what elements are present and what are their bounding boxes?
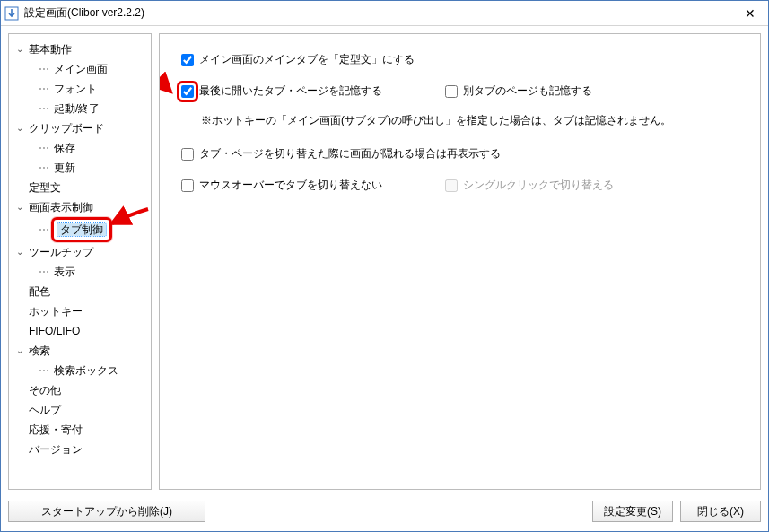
tree-leaf-dots: ⋯ <box>39 220 49 240</box>
tree-item[interactable]: FIFO/LIFO <box>13 321 148 341</box>
tree-item-label: タブ制御 <box>57 223 106 236</box>
tree-leaf-dots: ⋯ <box>39 262 49 282</box>
tree-indent <box>13 325 26 337</box>
window-title: 設定画面(Clibor ver2.2.2) <box>24 5 144 21</box>
tree-leaf-dots: ⋯ <box>39 59 49 79</box>
tree-item-label: ツールチップ <box>26 242 96 262</box>
tree-item[interactable]: ⋯タブ制御 <box>26 217 148 242</box>
note-hotkey: ※ホットキーの「メイン画面(サブタブ)の呼び出し」を指定した場合は、タブは記憶さ… <box>201 113 738 128</box>
apply-button[interactable]: 設定変更(S) <box>592 501 673 522</box>
tree-item[interactable]: バージョン <box>13 440 148 459</box>
close-footer-button[interactable]: 閉じる(X) <box>680 501 761 522</box>
tree-item[interactable]: ⌄基本動作 <box>13 39 148 59</box>
tree-item-label: 配色 <box>26 282 53 301</box>
chevron-down-icon[interactable]: ⌄ <box>13 201 26 214</box>
tree-item-label: 起動/終了 <box>51 99 102 118</box>
tree-item-label: その他 <box>26 380 64 400</box>
checkbox-main-tab-fixed[interactable] <box>181 54 194 66</box>
tree-item-label: 更新 <box>51 158 78 178</box>
tree-pane: ⌄基本動作⋯メイン画面⋯フォント⋯起動/終了⌄クリップボード⋯保存⋯更新定型文⌄… <box>8 33 152 490</box>
footer: スタートアップから削除(J) 設定変更(S) 閉じる(X) <box>1 497 768 531</box>
tree-leaf-dots: ⋯ <box>39 361 49 380</box>
tree-indent <box>13 384 26 397</box>
chevron-down-icon[interactable]: ⌄ <box>13 246 26 258</box>
option-remember-last-tab[interactable]: 最後に開いたタブ・ページを記憶する <box>181 83 382 99</box>
settings-tree[interactable]: ⌄基本動作⋯メイン画面⋯フォント⋯起動/終了⌄クリップボード⋯保存⋯更新定型文⌄… <box>12 39 148 459</box>
option-remember-other-tab[interactable]: 別タブのページも記憶する <box>445 83 592 99</box>
checkbox-redisplay[interactable] <box>181 148 194 161</box>
chevron-down-icon[interactable]: ⌄ <box>13 344 26 357</box>
tree-item[interactable]: ⌄ツールチップ <box>13 242 148 262</box>
startup-delete-button[interactable]: スタートアップから削除(J) <box>8 501 205 522</box>
tree-item[interactable]: ⌄画面表示制御 <box>13 197 148 217</box>
chevron-down-icon[interactable]: ⌄ <box>13 43 26 56</box>
tree-item[interactable]: ⌄検索 <box>13 341 148 361</box>
tree-item-label: 応援・寄付 <box>26 420 85 440</box>
label-main-tab-fixed: メイン画面のメインタブを「定型文」にする <box>199 52 415 67</box>
tree-indent <box>13 285 26 298</box>
tree-item-label: 検索ボックス <box>51 361 121 380</box>
app-icon <box>4 6 19 21</box>
tree-leaf-dots: ⋯ <box>39 99 49 118</box>
tree-item-label: メイン画面 <box>51 59 110 79</box>
tree-item-label: FIFO/LIFO <box>26 321 83 341</box>
close-button[interactable]: ✕ <box>732 1 768 26</box>
label-remember-last-tab: 最後に開いたタブ・ページを記憶する <box>199 83 382 99</box>
tree-item[interactable]: 定型文 <box>13 178 148 197</box>
tree-item-label: 保存 <box>51 138 78 158</box>
option-main-tab-fixed[interactable]: メイン画面のメインタブを「定型文」にする <box>181 52 415 67</box>
body: ⌄基本動作⋯メイン画面⋯フォント⋯起動/終了⌄クリップボード⋯保存⋯更新定型文⌄… <box>1 26 768 497</box>
tree-item-label: クリップボード <box>26 118 107 138</box>
tree-leaf-dots: ⋯ <box>39 158 49 178</box>
tree-item[interactable]: ⋯保存 <box>26 138 148 158</box>
checkbox-mouseover-notab[interactable] <box>181 179 194 192</box>
tree-item-label: 画面表示制御 <box>26 197 96 217</box>
tree-leaf-dots: ⋯ <box>39 79 49 99</box>
highlight-tree-selection: タブ制御 <box>51 217 112 242</box>
content-pane: メイン画面のメインタブを「定型文」にする 最後に開いたタブ・ページを記憶する 別… <box>159 33 761 490</box>
tree-item[interactable]: ⋯検索ボックス <box>26 361 148 380</box>
tree-indent <box>26 266 39 278</box>
tree-indent <box>13 423 26 436</box>
checkbox-remember-other-tab[interactable] <box>445 85 458 98</box>
label-remember-other-tab: 別タブのページも記憶する <box>463 83 592 99</box>
tree-indent <box>13 443 26 456</box>
tree-item-label: ホットキー <box>26 301 85 321</box>
label-mouseover-notab: マウスオーバーでタブを切り替えない <box>199 178 382 193</box>
tree-item-label: 表示 <box>51 262 78 282</box>
checkbox-remember-last-tab[interactable] <box>181 85 194 98</box>
tree-indent <box>26 102 39 115</box>
tree-indent <box>13 181 26 194</box>
label-redisplay: タブ・ページを切り替えた際に画面が隠れる場合は再表示する <box>199 146 501 161</box>
tree-indent <box>26 142 39 154</box>
tree-item[interactable]: ⋯表示 <box>26 262 148 282</box>
tree-item[interactable]: ⋯起動/終了 <box>26 99 148 118</box>
chevron-down-icon[interactable]: ⌄ <box>13 122 26 135</box>
tree-item-label: 基本動作 <box>26 39 74 59</box>
tree-indent <box>26 63 39 75</box>
option-redisplay[interactable]: タブ・ページを切り替えた際に画面が隠れる場合は再表示する <box>181 146 501 161</box>
tree-indent <box>26 223 39 236</box>
tree-indent <box>13 404 26 416</box>
tree-item[interactable]: ⋯更新 <box>26 158 148 178</box>
tree-indent <box>26 364 39 377</box>
tree-item-label: 定型文 <box>26 178 64 197</box>
tree-item-label: バージョン <box>26 440 85 459</box>
tree-item[interactable]: ⋯メイン画面 <box>26 59 148 79</box>
tree-item-label: 検索 <box>26 341 53 361</box>
tree-item-label: フォント <box>51 79 100 99</box>
arrow-annotation-checkbox <box>159 65 178 100</box>
option-mouseover-notab[interactable]: マウスオーバーでタブを切り替えない <box>181 178 382 193</box>
tree-item[interactable]: ⋯フォント <box>26 79 148 99</box>
tree-indent <box>13 305 26 318</box>
label-singleclick-switch: シングルクリックで切り替える <box>463 178 614 193</box>
tree-item[interactable]: 応援・寄付 <box>13 420 148 440</box>
tree-item[interactable]: ホットキー <box>13 301 148 321</box>
tree-item[interactable]: ヘルプ <box>13 400 148 420</box>
tree-item[interactable]: 配色 <box>13 282 148 301</box>
option-singleclick-switch: シングルクリックで切り替える <box>445 178 614 193</box>
tree-item[interactable]: ⌄クリップボード <box>13 118 148 138</box>
highlight-remember-checkbox <box>181 85 194 98</box>
settings-window: 設定画面(Clibor ver2.2.2) ✕ ⌄基本動作⋯メイン画面⋯フォント… <box>0 0 769 532</box>
tree-item[interactable]: その他 <box>13 380 148 400</box>
